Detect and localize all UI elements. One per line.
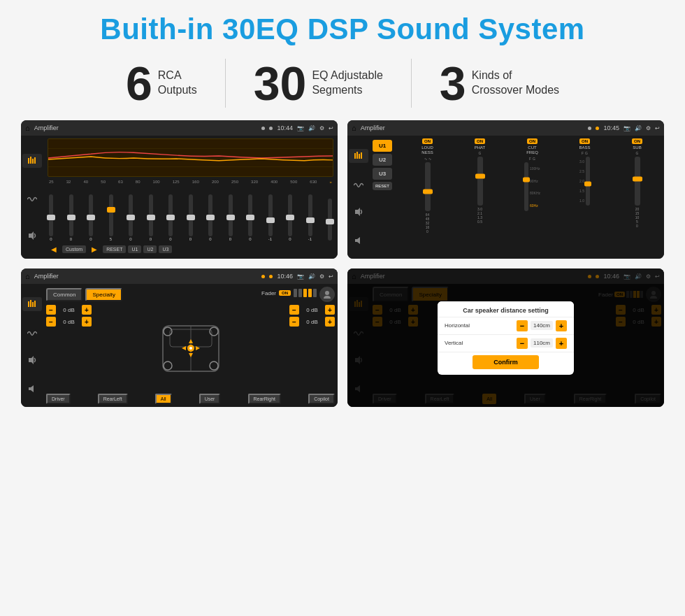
crossover-tune-icon[interactable] (349, 149, 368, 163)
eq-u2-btn[interactable]: U2 (143, 245, 157, 253)
speaker-diagram (96, 305, 285, 392)
home-icon-3[interactable]: ⌂ (25, 272, 30, 280)
preset-u2[interactable]: U2 (373, 154, 392, 166)
stat-crossover-text: Kinds of Crossover Modes (472, 69, 559, 98)
vol-3-minus[interactable]: − (289, 305, 299, 315)
status-dot (261, 127, 265, 130)
btn-driver[interactable]: Driver (46, 394, 71, 404)
sub-track[interactable] (635, 157, 640, 206)
fader-track-4 (308, 289, 312, 297)
loudness-track[interactable] (425, 162, 431, 211)
eq-reset-btn[interactable]: RESET (103, 245, 126, 253)
vol-4-plus[interactable]: + (325, 317, 335, 327)
bass-on[interactable]: ON (579, 138, 590, 144)
eq-slider-14: -1 (308, 194, 312, 241)
svg-marker-19 (29, 385, 34, 392)
home-icon-2[interactable]: ⌂ (352, 124, 356, 132)
stat-eq: 30 EQ Adjustable Segments (226, 59, 411, 107)
tab-common[interactable]: Common (46, 288, 82, 301)
dialog-v-plus[interactable]: + (556, 338, 567, 349)
dialog-horizontal-label: Horizontal (445, 322, 514, 329)
fader-on-badge[interactable]: ON (279, 290, 291, 296)
speaker-topbar: ⌂ Amplifier 10:46 📷 🔊 ⚙ ↩ (21, 268, 338, 284)
speaker-content: Common Specialty Fader ON (21, 284, 338, 407)
vol-2-minus[interactable]: − (46, 317, 56, 327)
preset-u1[interactable]: U1 (373, 140, 392, 152)
vol-3-plus[interactable]: + (325, 305, 335, 315)
freq-arrows[interactable]: » (329, 180, 331, 184)
speaker-tabs: Common Specialty Fader ON (46, 287, 335, 302)
svg-point-25 (210, 327, 218, 336)
btn-all[interactable]: All (155, 394, 172, 404)
svg-rect-8 (354, 153, 356, 159)
status-dot-6 (269, 275, 273, 278)
vol-3-value: 0 dB (301, 307, 324, 313)
crossover-time: 10:45 (603, 124, 619, 131)
fader-label: Fader (261, 290, 276, 296)
tab-specialty[interactable]: Specialty (85, 288, 122, 301)
settings-icon-3: ⚙ (319, 273, 324, 280)
eq-custom-btn[interactable]: Custom (62, 245, 86, 253)
stat-crossover: 3 Kinds of Crossover Modes (412, 59, 587, 107)
eq-play-btn[interactable]: ▶ (88, 244, 101, 255)
speaker-tune-icon[interactable] (22, 297, 42, 311)
svg-marker-12 (355, 208, 360, 216)
eq-u1-btn[interactable]: U1 (128, 245, 141, 253)
profile-icon[interactable] (319, 287, 335, 302)
phat-track[interactable] (477, 157, 483, 206)
camera-icon-2: 📷 (623, 125, 630, 131)
eq-topbar: ⌂ Amplifier 10:44 📷 🔊 ⚙ ↩ (21, 120, 338, 136)
speaker-vol-icon[interactable] (27, 384, 37, 394)
vol-1-plus[interactable]: + (82, 305, 92, 315)
vol-4-minus[interactable]: − (289, 317, 299, 327)
phat-col: ON PHAT G 3.02.11.30.5 (456, 138, 504, 234)
loudness-on[interactable]: ON (422, 138, 433, 144)
speaker-position-buttons: Driver RearLeft All User RearRight Copil… (46, 394, 335, 404)
cutfreq-f-track[interactable] (524, 162, 528, 211)
loudness-label: LOUDNESS (421, 145, 433, 155)
crossover-screen: ⌂ Amplifier 10:45 📷 🔊 ⚙ ↩ (347, 120, 664, 259)
sub-on[interactable]: ON (632, 138, 642, 144)
btn-rearleft[interactable]: RearLeft (98, 394, 128, 404)
home-icon[interactable]: ⌂ (25, 124, 30, 132)
crossover-wave-icon[interactable] (354, 182, 363, 189)
preset-reset[interactable]: RESET (373, 182, 392, 190)
freq-40: 40 (84, 180, 89, 184)
dialog-h-plus[interactable]: + (556, 320, 567, 331)
screens-grid: ⌂ Amplifier 10:44 📷 🔊 ⚙ ↩ (21, 120, 664, 407)
speaker-speaker-icon[interactable] (27, 355, 37, 365)
eq-back-btn[interactable]: ◀ (48, 244, 60, 255)
channel-controls: ON LOUDNESS ∿ ∿ (395, 138, 661, 256)
confirm-button[interactable]: Confirm (473, 355, 539, 369)
eq-tune-icon[interactable] (22, 154, 42, 168)
btn-rearright[interactable]: RearRight (248, 394, 282, 404)
svg-marker-18 (29, 356, 34, 364)
svg-rect-15 (30, 300, 31, 307)
speaker-wave-icon[interactable] (27, 330, 37, 337)
btn-user[interactable]: User (199, 394, 221, 404)
preset-u3[interactable]: U3 (373, 168, 392, 180)
crossover-speaker-icon[interactable] (354, 207, 363, 217)
crossover-vol-icon[interactable] (354, 236, 363, 245)
vol-2-plus[interactable]: + (82, 317, 92, 327)
eq-speaker-icon[interactable] (27, 231, 37, 241)
settings-icon: ⚙ (319, 125, 324, 131)
eq-u3-btn[interactable]: U3 (159, 245, 172, 253)
dialog-h-minus[interactable]: − (517, 320, 528, 331)
bass-track[interactable] (586, 157, 590, 206)
svg-point-26 (164, 361, 172, 370)
back-icon[interactable]: ↩ (329, 125, 333, 131)
speaker-left-controls: − 0 dB + − 0 dB + (46, 305, 92, 392)
vol-1-minus[interactable]: − (46, 305, 56, 315)
freq-500: 500 (290, 180, 297, 184)
btn-copilot[interactable]: Copilot (308, 394, 335, 404)
freq-320: 320 (251, 180, 258, 184)
eq-main-area: 25 32 40 50 63 80 100 125 160 200 250 32… (43, 136, 338, 259)
back-icon-3[interactable]: ↩ (329, 273, 333, 280)
back-icon-2[interactable]: ↩ (655, 125, 660, 131)
eq-wave-icon[interactable] (27, 196, 37, 203)
speaker-sidebar (21, 284, 43, 407)
phat-on[interactable]: ON (475, 138, 485, 144)
dialog-v-minus[interactable]: − (517, 338, 528, 349)
cutfreq-on[interactable]: ON (527, 138, 538, 144)
